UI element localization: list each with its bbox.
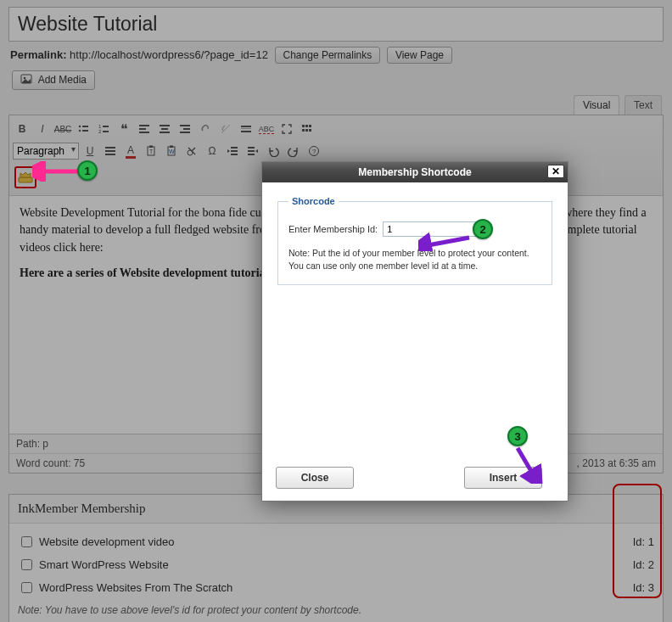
svg-rect-9 [103,131,109,132]
spellcheck-button[interactable]: ABC [257,120,276,138]
fieldset-legend: Shorcode [288,196,339,206]
wordcount-label: Word count: 75 [16,457,85,469]
tab-visual[interactable]: Visual [574,95,619,115]
svg-rect-26 [302,129,305,132]
list-item: WordPress Websites From The Scratch Id: … [18,576,654,599]
membership-id-label: Enter Membership Id: [288,224,378,234]
membership-checkbox[interactable] [21,582,32,593]
view-page-button[interactable]: View Page [387,47,452,64]
svg-rect-22 [241,131,251,132]
paste-word-button[interactable]: W [162,142,181,160]
svg-point-2 [79,126,81,127]
ol-button[interactable]: 12 [94,120,113,138]
dialog-title: Membership Shortcode ✕ [262,162,568,182]
align-left-button[interactable] [135,120,154,138]
more-button[interactable] [237,120,255,138]
charmap-button[interactable]: Ω [203,142,221,160]
svg-rect-18 [180,132,190,133]
step-badge-2: 2 [473,219,493,239]
membership-label: Website development video [39,535,174,548]
svg-rect-21 [241,128,251,129]
italic-button[interactable]: I [33,120,52,138]
svg-rect-44 [248,154,255,155]
metabox-note: Note: You have to use above level's id f… [18,599,654,618]
membership-checkbox[interactable] [21,559,32,570]
blockquote-button[interactable]: ❝ [115,120,133,138]
svg-rect-16 [180,125,190,126]
step-badge-1: 1 [77,160,98,181]
svg-rect-7 [103,126,109,127]
insert-button[interactable]: Insert [464,467,542,489]
outdent-button[interactable] [223,142,242,160]
paste-text-button[interactable]: T [142,142,160,160]
svg-rect-40 [231,150,238,152]
unlink-button[interactable] [216,120,235,138]
svg-rect-39 [231,147,238,148]
change-permalinks-button[interactable]: Change Permalinks [275,47,381,64]
redo-button[interactable] [284,142,303,160]
editor-tabs: Visual Text [8,95,664,115]
svg-rect-17 [183,128,190,130]
link-button[interactable] [196,120,215,138]
media-icon [20,73,32,87]
svg-text:W: W [169,148,175,154]
svg-rect-29 [105,147,115,148]
align-center-button[interactable] [155,120,174,138]
membership-id: Id: 3 [633,581,654,594]
svg-rect-36 [170,146,173,148]
indent-button[interactable] [244,142,262,160]
svg-text:T: T [149,148,154,154]
close-button[interactable]: Close [276,467,354,489]
strike-button[interactable]: ABC [53,120,72,138]
textcolor-button[interactable]: A [121,142,140,160]
bold-button[interactable]: B [13,120,31,138]
svg-rect-27 [305,129,308,132]
membership-checkbox[interactable] [21,536,32,547]
svg-rect-41 [231,154,238,155]
svg-point-4 [79,130,81,132]
tab-text[interactable]: Text [624,95,662,115]
svg-rect-28 [309,129,311,132]
underline-button[interactable]: U [81,142,99,160]
svg-text:2: 2 [98,129,102,134]
fieldset-note: Note: Put the id of your member level to… [288,247,541,272]
svg-rect-31 [105,154,115,155]
permalink-label: Permalink: [10,48,66,61]
svg-rect-11 [139,128,146,130]
ul-button[interactable] [74,120,92,138]
svg-rect-15 [160,132,170,133]
membership-shortcode-button[interactable] [14,166,36,188]
fullscreen-button[interactable] [277,120,296,138]
svg-rect-30 [105,150,115,152]
membership-id-input[interactable] [383,221,476,237]
svg-rect-12 [139,132,149,133]
membership-shortcode-dialog: Membership Shortcode ✕ Shorcode Enter Me… [261,161,568,502]
svg-rect-23 [302,125,305,127]
page-title-input[interactable] [8,7,664,42]
svg-rect-5 [82,130,88,132]
close-icon[interactable]: ✕ [547,165,564,178]
svg-rect-25 [309,125,311,127]
svg-rect-10 [139,125,149,126]
svg-rect-3 [82,126,88,127]
kitchensink-button[interactable] [298,120,316,138]
align-right-button[interactable] [176,120,194,138]
undo-button[interactable] [264,142,283,160]
format-select[interactable]: Paragraph [13,143,79,160]
svg-rect-14 [161,128,168,130]
remove-format-button[interactable] [182,142,201,160]
shortcode-fieldset: Shorcode Enter Membership Id: Note: Put … [277,196,552,285]
svg-rect-24 [305,125,308,127]
justify-button[interactable] [101,142,120,160]
svg-rect-13 [160,125,170,126]
list-item: Smart WordPress Website Id: 2 [18,553,654,576]
last-edited: , 2013 at 6:35 am [577,457,656,469]
svg-rect-42 [248,147,255,148]
svg-point-38 [188,150,193,155]
svg-rect-20 [241,126,251,127]
svg-text:?: ? [312,148,316,155]
help-button[interactable]: ? [305,142,323,160]
add-media-button[interactable]: Add Media [12,70,95,90]
membership-label: WordPress Websites From The Scratch [39,581,232,594]
membership-label: Smart WordPress Website [39,558,169,571]
